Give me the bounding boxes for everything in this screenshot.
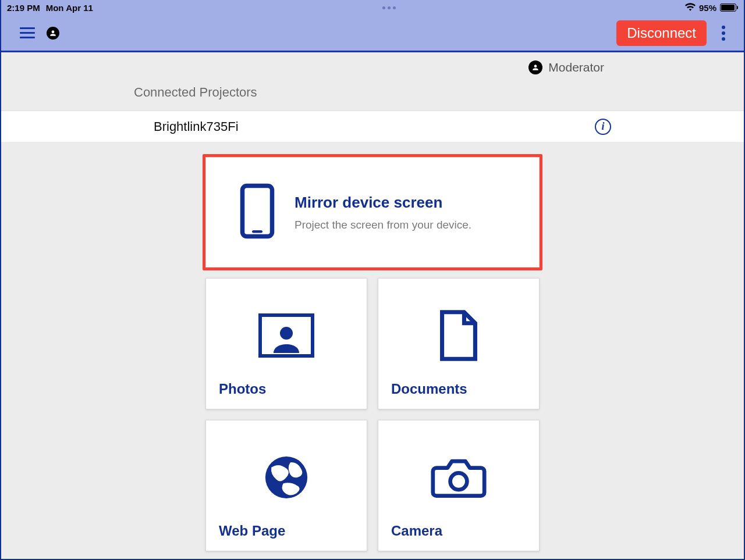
mirror-subtitle: Project the screen from your device. bbox=[295, 219, 471, 231]
user-badge-icon[interactable] bbox=[47, 27, 59, 40]
status-date: Mon Apr 11 bbox=[46, 3, 93, 13]
webpage-label: Web Page bbox=[219, 523, 354, 539]
wifi-icon bbox=[685, 3, 696, 13]
more-icon[interactable] bbox=[719, 23, 728, 43]
projector-row[interactable]: Brightlink735Fi i bbox=[1, 110, 744, 142]
photo-icon bbox=[219, 290, 354, 381]
mirror-screen-card[interactable]: Mirror device screen Project the screen … bbox=[205, 157, 540, 267]
projector-name: Brightlink735Fi bbox=[154, 119, 239, 134]
disconnect-button[interactable]: Disconnect bbox=[616, 20, 707, 46]
multitask-dots bbox=[382, 6, 396, 9]
globe-icon bbox=[219, 432, 354, 523]
camera-label: Camera bbox=[391, 523, 526, 539]
battery-pct: 95% bbox=[699, 3, 716, 13]
mirror-title: Mirror device screen bbox=[295, 194, 471, 212]
moderator-icon bbox=[528, 60, 542, 74]
battery-icon bbox=[720, 3, 738, 12]
documents-tile[interactable]: Documents bbox=[378, 278, 540, 409]
documents-label: Documents bbox=[391, 381, 526, 397]
info-icon[interactable]: i bbox=[595, 119, 611, 135]
status-time: 2:19 PM bbox=[7, 3, 40, 13]
connected-projectors-title: Connected Projectors bbox=[1, 85, 744, 100]
webpage-tile[interactable]: Web Page bbox=[205, 420, 367, 551]
device-icon bbox=[239, 183, 276, 241]
camera-tile[interactable]: Camera bbox=[378, 420, 540, 551]
svg-point-3 bbox=[280, 327, 293, 340]
photos-label: Photos bbox=[219, 381, 354, 397]
ios-status-bar: 2:19 PM Mon Apr 11 95% bbox=[1, 0, 744, 15]
menu-icon[interactable] bbox=[20, 27, 35, 38]
document-icon bbox=[391, 290, 526, 381]
photos-tile[interactable]: Photos bbox=[205, 278, 367, 409]
app-header: Disconnect bbox=[1, 15, 744, 52]
svg-point-5 bbox=[450, 473, 467, 490]
svg-rect-0 bbox=[243, 186, 272, 237]
main-content: Moderator Connected Projectors Brightlin… bbox=[1, 52, 744, 558]
svg-rect-1 bbox=[252, 230, 262, 233]
moderator-row: Moderator bbox=[1, 52, 744, 83]
moderator-label: Moderator bbox=[548, 60, 604, 74]
camera-icon bbox=[391, 432, 526, 523]
